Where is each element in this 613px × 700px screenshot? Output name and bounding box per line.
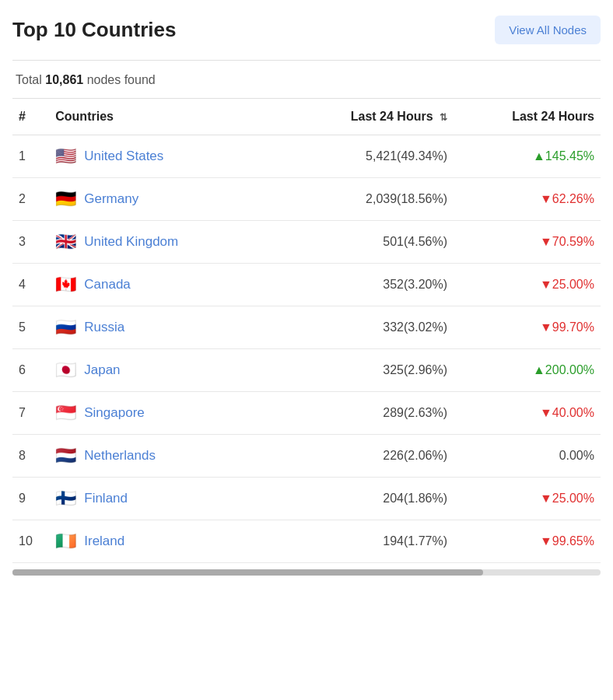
- view-all-nodes-button[interactable]: View All Nodes: [495, 16, 601, 44]
- cell-rank: 2: [12, 178, 49, 221]
- header: Top 10 Countries View All Nodes: [12, 16, 601, 44]
- cell-country: 🇨🇦Canada: [49, 264, 270, 306]
- cell-nodes: 194(1.77%): [270, 520, 454, 563]
- table-row: 5🇷🇺Russia332(3.02%)▼99.70%: [12, 306, 601, 349]
- country-name-link[interactable]: Ireland: [84, 534, 124, 549]
- main-container: Top 10 Countries View All Nodes Total 10…: [0, 0, 613, 583]
- country-name-link[interactable]: Netherlands: [84, 448, 156, 464]
- cell-rank: 7: [12, 392, 49, 435]
- country-name-link[interactable]: Japan: [84, 362, 120, 378]
- total-count: 10,861: [45, 73, 83, 86]
- cell-rank: 3: [12, 221, 49, 264]
- cell-country: 🇩🇪Germany: [49, 178, 270, 221]
- col-nodes: Last 24 Hours ⇅: [270, 99, 454, 135]
- cell-rank: 1: [12, 135, 49, 178]
- horizontal-scrollbar[interactable]: [12, 569, 601, 576]
- col-country: Countries: [49, 99, 270, 135]
- cell-country: 🇫🇮Finland: [49, 478, 270, 520]
- cell-nodes: 289(2.63%): [270, 392, 454, 435]
- country-name-link[interactable]: Finland: [84, 491, 128, 506]
- cell-nodes: 501(4.56%): [270, 221, 454, 264]
- country-flag-icon: 🇬🇧: [55, 233, 76, 250]
- cell-nodes: 325(2.96%): [270, 349, 454, 392]
- cell-change: ▼99.70%: [454, 306, 601, 349]
- country-flag-icon: 🇫🇮: [55, 490, 76, 507]
- cell-country: 🇳🇱Netherlands: [49, 435, 270, 478]
- table-row: 4🇨🇦Canada352(3.20%)▼25.00%: [12, 264, 601, 306]
- table-row: 1🇺🇸United States5,421(49.34%)▲145.45%: [12, 135, 601, 178]
- cell-change: ▲200.00%: [454, 349, 601, 392]
- cell-nodes: 226(2.06%): [270, 435, 454, 478]
- cell-rank: 9: [12, 478, 49, 520]
- total-prefix: Total: [16, 73, 45, 86]
- cell-change: ▼40.00%: [454, 392, 601, 435]
- sort-icon[interactable]: ⇅: [440, 112, 447, 123]
- cell-change: ▼25.00%: [454, 478, 601, 520]
- cell-country: 🇬🇧United Kingdom: [49, 221, 270, 264]
- col-rank: #: [12, 99, 49, 135]
- country-flag-icon: 🇮🇪: [55, 533, 76, 550]
- scrollbar-thumb[interactable]: [12, 569, 483, 576]
- total-summary: Total 10,861 nodes found: [12, 61, 601, 98]
- cell-nodes: 332(3.02%): [270, 306, 454, 349]
- country-flag-icon: 🇺🇸: [55, 148, 76, 165]
- country-name-link[interactable]: United States: [84, 149, 163, 164]
- cell-rank: 10: [12, 520, 49, 563]
- cell-change: ▼62.26%: [454, 178, 601, 221]
- cell-rank: 8: [12, 435, 49, 478]
- table-row: 8🇳🇱Netherlands226(2.06%)0.00%: [12, 435, 601, 478]
- country-flag-icon: 🇯🇵: [55, 362, 76, 379]
- country-flag-icon: 🇸🇬: [55, 404, 76, 422]
- cell-change: ▼25.00%: [454, 264, 601, 306]
- cell-country: 🇸🇬Singapore: [49, 392, 270, 435]
- cell-change: ▼70.59%: [454, 221, 601, 264]
- cell-change: 0.00%: [454, 435, 601, 478]
- country-flag-icon: 🇳🇱: [55, 447, 76, 464]
- country-name-link[interactable]: Russia: [84, 320, 124, 335]
- country-flag-icon: 🇷🇺: [55, 319, 76, 336]
- cell-rank: 5: [12, 306, 49, 349]
- table-row: 9🇫🇮Finland204(1.86%)▼25.00%: [12, 478, 601, 520]
- table-row: 6🇯🇵Japan325(2.96%)▲200.00%: [12, 349, 601, 392]
- cell-nodes: 5,421(49.34%): [270, 135, 454, 178]
- country-name-link[interactable]: Germany: [84, 191, 138, 207]
- table-row: 7🇸🇬Singapore289(2.63%)▼40.00%: [12, 392, 601, 435]
- country-flag-icon: 🇨🇦: [55, 276, 76, 293]
- countries-table: # Countries Last 24 Hours ⇅ Last 24 Hour…: [12, 98, 601, 563]
- cell-change: ▲145.45%: [454, 135, 601, 178]
- country-name-link[interactable]: Canada: [84, 277, 131, 292]
- table-row: 3🇬🇧United Kingdom501(4.56%)▼70.59%: [12, 221, 601, 264]
- country-name-link[interactable]: United Kingdom: [84, 234, 178, 250]
- cell-country: 🇷🇺Russia: [49, 306, 270, 349]
- cell-rank: 4: [12, 264, 49, 306]
- table-header-row: # Countries Last 24 Hours ⇅ Last 24 Hour…: [12, 99, 601, 135]
- cell-nodes: 352(3.20%): [270, 264, 454, 306]
- cell-nodes: 204(1.86%): [270, 478, 454, 520]
- cell-rank: 6: [12, 349, 49, 392]
- country-name-link[interactable]: Singapore: [84, 405, 145, 421]
- col-change: Last 24 Hours: [454, 99, 601, 135]
- cell-country: 🇯🇵Japan: [49, 349, 270, 392]
- country-flag-icon: 🇩🇪: [55, 191, 76, 208]
- cell-change: ▼99.65%: [454, 520, 601, 563]
- cell-country: 🇺🇸United States: [49, 135, 270, 178]
- page-title: Top 10 Countries: [12, 18, 176, 42]
- total-suffix: nodes found: [83, 73, 156, 86]
- table-row: 10🇮🇪Ireland194(1.77%)▼99.65%: [12, 520, 601, 563]
- cell-country: 🇮🇪Ireland: [49, 520, 270, 563]
- cell-nodes: 2,039(18.56%): [270, 178, 454, 221]
- table-row: 2🇩🇪Germany2,039(18.56%)▼62.26%: [12, 178, 601, 221]
